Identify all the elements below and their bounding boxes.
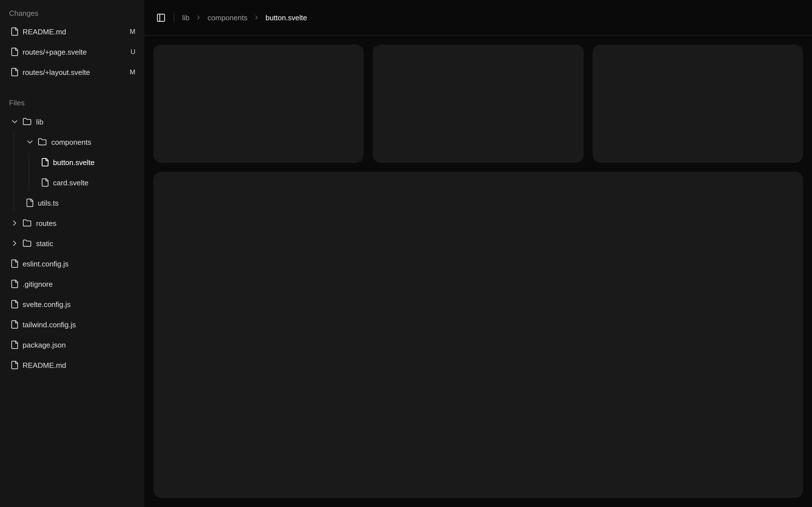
tree-item-folder[interactable]: static	[0, 233, 144, 253]
changes-item-label: routes/+page.svelte	[22, 48, 131, 56]
file-icon	[10, 27, 19, 36]
tree-item-label: button.svelte	[53, 158, 94, 166]
tree-item-label: .gitignore	[22, 280, 53, 288]
tree-item-folder[interactable]: components	[0, 132, 144, 152]
tree-item-label: components	[51, 138, 91, 146]
top-cards-row	[153, 45, 803, 163]
tree-item-label: routes	[36, 219, 56, 227]
chevron-down-icon	[10, 117, 19, 126]
chevron-right-icon	[10, 239, 19, 248]
main-panel-card	[153, 172, 803, 498]
tree-item-label: README.md	[22, 361, 66, 369]
file-icon	[10, 259, 19, 268]
header-divider	[174, 13, 174, 22]
changes-item[interactable]: README.md M	[0, 21, 144, 42]
changes-item[interactable]: routes/+page.svelte U	[0, 42, 144, 62]
tree-item-file[interactable]: package.json	[0, 335, 144, 355]
folder-icon	[22, 239, 32, 248]
tree-item-label: static	[36, 239, 53, 247]
tree-item-label: utils.ts	[38, 199, 59, 207]
tree-item-label: tailwind.config.js	[22, 320, 76, 329]
tree-item-folder[interactable]: routes	[0, 213, 144, 233]
file-icon	[10, 279, 19, 288]
tree-item-file[interactable]: svelte.config.js	[0, 294, 144, 314]
changes-section-label: Changes	[0, 9, 144, 18]
sidebar-toggle-button[interactable]	[153, 10, 168, 25]
folder-icon	[38, 137, 47, 147]
folder-icon	[22, 219, 32, 228]
file-icon	[41, 178, 50, 187]
chevron-right-icon	[10, 219, 19, 228]
sidebar: Changes README.md M routes/+page.svelte …	[0, 0, 144, 507]
tree-item-file[interactable]: button.svelte	[0, 152, 144, 172]
changes-item-label: README.md	[22, 27, 130, 36]
tree-item-file[interactable]: .gitignore	[0, 274, 144, 294]
breadcrumb-chevron-icon	[195, 14, 202, 21]
tree-item-label: card.svelte	[53, 178, 89, 187]
tree-item-file[interactable]: README.md	[0, 355, 144, 375]
changes-item-label: routes/+layout.svelte	[22, 68, 130, 76]
tree-item-file[interactable]: eslint.config.js	[0, 253, 144, 274]
panel-card-1	[153, 45, 364, 163]
tree-item-label: eslint.config.js	[22, 260, 68, 268]
git-status-badge: M	[130, 68, 135, 76]
folder-icon	[22, 117, 32, 126]
tree-item-label: package.json	[22, 341, 66, 349]
file-icon	[10, 68, 19, 76]
tree-item-folder[interactable]: lib	[0, 112, 144, 132]
app-root: Changes README.md M routes/+page.svelte …	[0, 0, 812, 507]
tree-item-file[interactable]: utils.ts	[0, 193, 144, 213]
header: lib components button.svelte	[144, 0, 812, 36]
screen: Changes README.md M routes/+page.svelte …	[0, 0, 812, 507]
files-section-label: Files	[0, 99, 144, 108]
file-icon	[41, 158, 50, 167]
breadcrumb-item[interactable]: components	[207, 13, 248, 22]
file-tree: libcomponentsbutton.sveltecard.svelteuti…	[0, 112, 144, 375]
file-icon	[10, 47, 19, 56]
panel-card-3	[592, 45, 803, 163]
panel-card-2	[373, 45, 583, 163]
file-icon	[10, 320, 19, 329]
file-icon	[10, 300, 19, 309]
chevron-down-icon	[26, 137, 35, 147]
file-icon	[26, 198, 35, 207]
tree-item-label: lib	[36, 117, 43, 126]
changes-item[interactable]: routes/+layout.svelte M	[0, 62, 144, 82]
main-area: lib components button.svelte	[144, 0, 812, 507]
content-area	[144, 36, 812, 507]
tree-item-file[interactable]: card.svelte	[0, 172, 144, 193]
breadcrumb-item: button.svelte	[266, 13, 307, 22]
tree-item-label: svelte.config.js	[22, 300, 71, 308]
tree-item-file[interactable]: tailwind.config.js	[0, 314, 144, 335]
breadcrumb-item[interactable]: lib	[182, 13, 190, 22]
panel-left-icon	[156, 13, 165, 22]
breadcrumb: lib components button.svelte	[182, 13, 307, 22]
breadcrumb-chevron-icon	[253, 14, 260, 21]
changes-list: README.md M routes/+page.svelte U routes…	[0, 21, 144, 82]
file-icon	[10, 360, 19, 370]
file-icon	[10, 340, 19, 349]
git-status-badge: M	[130, 27, 135, 36]
git-status-badge: U	[131, 48, 135, 56]
